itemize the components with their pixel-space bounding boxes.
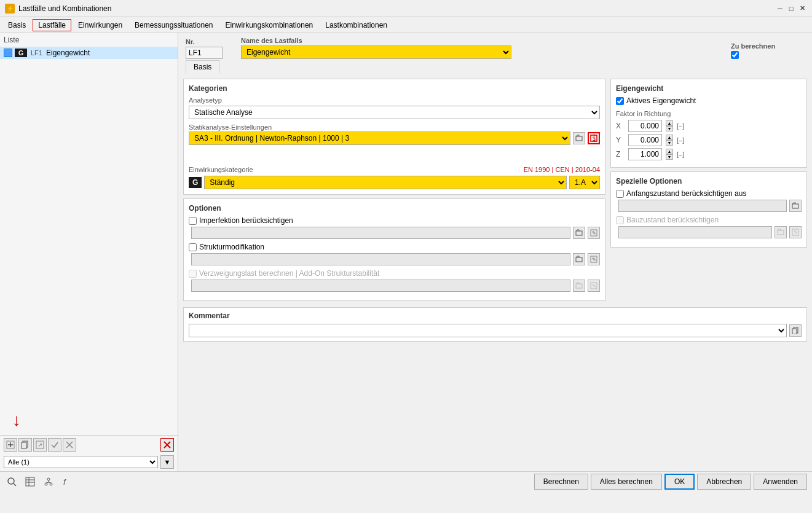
search-icon-btn[interactable]: [5, 475, 18, 488]
struktur-input[interactable]: [191, 253, 570, 265]
faktor-z-down[interactable]: ▼: [666, 154, 673, 160]
kommentar-select[interactable]: [189, 324, 787, 337]
faktor-x-row: X ▲ ▼ [–]: [616, 120, 802, 132]
app-icon: ⚡: [5, 4, 15, 14]
list-badge: G: [15, 49, 27, 57]
copy-item-button[interactable]: [18, 438, 32, 452]
alles-berechnen-button[interactable]: Alles berechnen: [591, 474, 662, 490]
list-item[interactable]: G LF1 Eigengewicht: [0, 47, 178, 59]
imperfektion-input[interactable]: [191, 227, 570, 239]
filter-dropdown-btn[interactable]: ▼: [160, 455, 174, 469]
faktor-y-input[interactable]: [628, 134, 662, 146]
einwirk-label: Einwirkungskategorie: [189, 166, 253, 173]
bottom-left-tools: f: [5, 475, 74, 488]
faktor-x-input[interactable]: [628, 120, 662, 132]
menu-bemessungssituationen[interactable]: Bemessungssituationen: [129, 19, 218, 31]
menu-basis[interactable]: Basis: [2, 19, 31, 31]
verzweig-edit-btn[interactable]: ✎: [588, 280, 600, 292]
zu-checkbox[interactable]: [731, 51, 739, 59]
faktor-y-up[interactable]: ▲: [666, 135, 673, 140]
form-header: Nr. Name des Lastfalls Eigengewicht Zu b…: [178, 33, 812, 60]
nr-input[interactable]: [186, 47, 223, 59]
add-item-button[interactable]: [4, 438, 17, 452]
analysetyp-label: Analysetyp: [189, 96, 600, 104]
nr-group: Nr.: [186, 38, 223, 59]
verzweig-input-row: ✎: [191, 280, 600, 292]
maximize-button[interactable]: □: [786, 4, 796, 14]
bottom-right-actions: Berechnen Alles berechnen OK Abbrechen A…: [534, 474, 807, 490]
faktor-y-row: Y ▲ ▼ [–]: [616, 134, 802, 146]
statik-edit-btn[interactable]: ✎: [588, 132, 600, 144]
imperfektion-checkbox[interactable]: [189, 217, 197, 225]
anfang-label: Anfangszustand berücksichtigen aus: [626, 189, 746, 198]
delete-button[interactable]: [160, 438, 174, 452]
struktur-row: Strukturmodifikation: [189, 243, 600, 251]
imperfektion-edit-btn[interactable]: ✎: [588, 227, 600, 239]
tree-icon-btn[interactable]: [42, 475, 55, 488]
anfang-folder-btn[interactable]: [789, 200, 802, 212]
einwirk-code[interactable]: 1.A: [569, 176, 600, 189]
struktur-edit-btn[interactable]: ✎: [588, 253, 600, 265]
eigengewicht-title: Eigengewicht: [616, 84, 802, 93]
export-button[interactable]: ↗: [33, 438, 47, 452]
struktur-folder-btn[interactable]: [573, 253, 585, 265]
anfang-row: Anfangszustand berücksichtigen aus: [616, 189, 802, 198]
formula-icon-btn[interactable]: f: [60, 475, 74, 488]
check-button[interactable]: [48, 438, 61, 452]
svg-text:✎: ✎: [592, 230, 596, 236]
svg-rect-14: [576, 231, 582, 235]
svg-point-29: [8, 478, 14, 484]
left-column: Kategorien Analysetyp Statische Analyse …: [183, 79, 605, 305]
struktur-input-row: ✎: [191, 253, 600, 265]
ew-checkbox-row: Aktives Eigengewicht: [616, 96, 802, 105]
svg-line-40: [49, 482, 51, 483]
bau-label: Bauzustand berücksichtigen: [626, 216, 719, 224]
berechnen-button[interactable]: Berechnen: [534, 474, 588, 490]
name-select[interactable]: Eigengewicht: [241, 45, 511, 59]
kommentar-section: Kommentar: [183, 307, 807, 342]
faktor-z-up[interactable]: ▲: [666, 149, 673, 154]
struktur-checkbox[interactable]: [189, 243, 197, 251]
close-button[interactable]: ✕: [797, 4, 807, 14]
nr-label: Nr.: [186, 38, 223, 45]
imperfektion-folder-btn[interactable]: [573, 227, 585, 239]
faktor-y-down[interactable]: ▼: [666, 140, 673, 146]
bottom-toolbar: f Berechnen Alles berechnen OK Abbrechen…: [0, 471, 812, 491]
table-icon-btn[interactable]: [23, 475, 37, 488]
analysetyp-select[interactable]: Statische Analyse: [189, 106, 600, 119]
aktiv-label: Aktives Eigengewicht: [626, 96, 696, 105]
cross-button[interactable]: [63, 438, 76, 452]
statik-select[interactable]: SA3 - III. Ordnung | Newton-Raphson | 10…: [189, 131, 570, 145]
filter-select[interactable]: Alle (1): [4, 456, 158, 468]
faktor-x-down[interactable]: ▼: [666, 126, 673, 131]
spezielle-optionen-box: Spezielle Optionen Anfangszustand berück…: [610, 171, 807, 248]
statik-folder-btn[interactable]: [573, 132, 585, 144]
aktiv-checkbox[interactable]: [616, 97, 624, 105]
anfang-checkbox[interactable]: [616, 190, 624, 198]
ok-button[interactable]: OK: [664, 474, 695, 490]
svg-rect-20: [576, 284, 582, 288]
anwenden-button[interactable]: Anwenden: [754, 474, 807, 490]
menu-einwirkungskombinationen[interactable]: Einwirkungskombinationen: [220, 19, 319, 31]
menu-einwirkungen[interactable]: Einwirkungen: [73, 19, 128, 31]
svg-rect-31: [26, 477, 34, 486]
faktor-x-up[interactable]: ▲: [666, 120, 673, 126]
imperfektion-label: Imperfektion berücksichtigen: [199, 216, 293, 225]
abbrechen-button[interactable]: Abbrechen: [697, 474, 751, 490]
einwirk-row: G Ständig 1.A: [189, 176, 600, 189]
faktor-z-input[interactable]: [628, 148, 662, 160]
bau-checkbox[interactable]: [616, 216, 624, 224]
verzweig-checkbox[interactable]: [189, 270, 197, 278]
title-bar-controls[interactable]: ─ □ ✕: [775, 4, 807, 14]
menu-lastkombinationen[interactable]: Lastkombinationen: [320, 19, 393, 31]
verzweig-folder-btn[interactable]: [573, 280, 585, 292]
minimize-button[interactable]: ─: [775, 4, 785, 14]
bau-input-row: ✎: [618, 226, 802, 238]
anfang-input: [618, 200, 787, 212]
einwirk-select[interactable]: Ständig: [204, 176, 567, 189]
kommentar-copy-btn[interactable]: [789, 324, 802, 337]
tab-basis[interactable]: Basis: [186, 60, 219, 74]
verzweig-label: Verzweigungslast berechnen | Add-On Stru…: [199, 269, 379, 278]
main-two-col: Kategorien Analysetyp Statische Analyse …: [183, 79, 807, 305]
menu-lastfaelle[interactable]: Lastfälle: [33, 19, 71, 31]
